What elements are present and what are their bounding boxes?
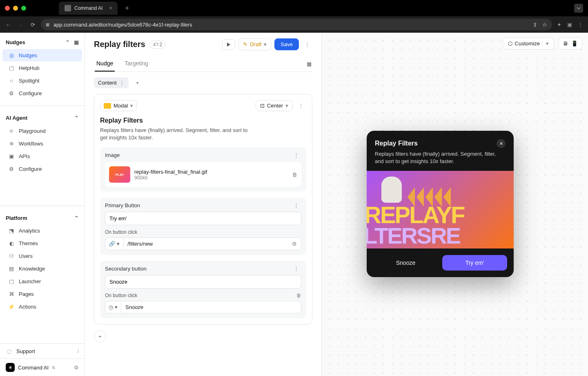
sidebar-item-label: Pages [19, 291, 34, 297]
settings-icon[interactable]: ⚙ [74, 365, 79, 371]
modal-title: Replay Filters [375, 140, 418, 147]
layout-icon[interactable]: ▦ [307, 61, 312, 67]
sidebar-item-nudges[interactable]: ◎ Nudges [2, 49, 82, 61]
new-tab-button[interactable]: + [125, 4, 129, 12]
shortcut-hint: / [77, 348, 79, 354]
sidebar-item-playground[interactable]: ⎋ Playground [2, 125, 82, 137]
sidebar-item-label: Analytics [19, 228, 40, 234]
sidebar-item-pages[interactable]: ⌘ Pages [2, 288, 82, 300]
browser-tab[interactable]: Command AI × [59, 2, 118, 15]
book-icon: ▤ [8, 266, 15, 272]
file-name: replay-filters-final_final_final.gif [134, 169, 288, 175]
sidebar-item-workflows[interactable]: ≋ Workflows [2, 137, 82, 150]
close-window[interactable] [5, 6, 10, 11]
sidebar: Nudges ⌃ ▣ ◎ Nudges ▢ HelpHub ○ Spotligh… [0, 33, 85, 376]
sidebar-item-configure-agent[interactable]: ⚙ Configure [2, 163, 82, 175]
bookmark-icon[interactable]: ☆ [542, 22, 547, 28]
block-menu-icon[interactable]: ⋮ [291, 152, 301, 158]
step-content-pill[interactable]: Content ⋮ [94, 77, 129, 88]
block-label: Secondary button [105, 266, 147, 272]
link-icon: ⌘ [8, 291, 15, 298]
menu-icon[interactable]: ⋮ [578, 22, 583, 28]
nudge-type-selector[interactable]: Modal ▾ [100, 100, 137, 111]
sidebar-item-support[interactable]: ◌ Support / [0, 344, 85, 358]
delete-action-button[interactable]: 🗑 [296, 293, 301, 298]
sidebar-item-launcher[interactable]: ▢ Launcher [2, 275, 82, 288]
sidebar-item-analytics[interactable]: ⬔ Analytics [2, 225, 82, 237]
step-menu-icon[interactable]: ⋮ [119, 80, 125, 86]
sidebar-section-nudges[interactable]: Nudges ⌃ ▣ [0, 36, 85, 49]
sliders-icon[interactable]: ⚙ [292, 241, 297, 247]
action-value-input[interactable]: Snooze [121, 301, 301, 313]
card-menu-icon[interactable]: ⋮ [296, 103, 306, 109]
panel-icon[interactable]: ▣ [567, 22, 572, 28]
sidebar-item-knowledge[interactable]: ▤ Knowledge [2, 263, 82, 275]
action-type-selector[interactable]: 🔗 ▾ [105, 237, 123, 250]
sidebar-item-label: Support [16, 348, 35, 354]
extensions-icon[interactable]: ✦ [557, 22, 561, 28]
reload-button[interactable]: ⟳ [29, 22, 36, 28]
mobile-icon[interactable]: 📱 [571, 40, 578, 47]
site-info-icon[interactable]: ⊞ [46, 22, 49, 27]
delete-image-button[interactable]: 🗑 [292, 172, 297, 178]
tab-targeting[interactable]: Targeting [123, 56, 150, 72]
sidebar-item-spotlight[interactable]: ○ Spotlight [2, 74, 82, 87]
body-field[interactable]: Replays filters have (finally) arrived. … [100, 127, 255, 141]
flow-icon: ≋ [8, 140, 15, 147]
modal-snooze-button[interactable]: Snooze [373, 255, 438, 271]
action-type-selector[interactable]: ◷ ▾ [105, 301, 121, 313]
play-button[interactable] [222, 39, 235, 50]
share-icon[interactable]: ⇪ [533, 22, 537, 28]
panel-toggle-icon[interactable]: ▣ [74, 39, 79, 45]
sidebar-item-users[interactable]: ⚇ Users [2, 250, 82, 262]
maximize-window[interactable] [21, 6, 26, 11]
sidebar-section-platform[interactable]: Platform ⌃ [0, 212, 85, 224]
action-url-input[interactable]: /filters/new ⚙ [123, 237, 301, 250]
chevron-down-icon[interactable]: ▾ [542, 40, 549, 47]
back-button[interactable]: ← [5, 22, 11, 28]
forward-button[interactable]: → [17, 22, 24, 28]
chevron-down-icon: ▾ [115, 304, 118, 310]
sidebar-item-label: Launcher [19, 278, 41, 284]
position-selector[interactable]: ⊡ Center ▾ [256, 100, 293, 111]
browser-tabbar: Command AI × + [0, 0, 588, 16]
search-icon: ○ [8, 77, 15, 84]
more-menu-icon[interactable]: ⋮ [302, 41, 312, 47]
primary-button-text-input[interactable] [105, 212, 301, 225]
sidebar-item-themes[interactable]: ◐ Themes [2, 237, 82, 250]
sidebar-item-apis[interactable]: ▣ APIs [2, 150, 82, 162]
chevron-up-icon[interactable]: ⌃ [65, 39, 70, 45]
chrome-expand-icon[interactable] [574, 4, 583, 13]
chevron-up-icon[interactable]: ⌃ [74, 215, 79, 221]
sidebar-item-helphub[interactable]: ▢ HelpHub [2, 62, 82, 74]
field-label: On button click [105, 293, 137, 298]
desktop-icon[interactable]: 🖥 [563, 40, 568, 47]
sidebar-item-actions[interactable]: ⚡ Actions [2, 301, 82, 313]
save-button[interactable]: Save [274, 38, 299, 50]
secondary-button-text-input[interactable] [105, 275, 301, 289]
sidebar-item-label: Configure [19, 166, 42, 172]
block-menu-icon[interactable]: ⋮ [291, 202, 301, 208]
close-tab-icon[interactable]: × [109, 5, 112, 11]
modal-close-button[interactable]: ✕ [497, 139, 506, 148]
url-bar[interactable]: ⊞ app.command.ai/editor/nudges/5dce678c-… [41, 19, 552, 30]
section-title: Nudges [6, 39, 25, 45]
add-step-button[interactable]: + [132, 77, 143, 88]
minimize-window[interactable] [13, 6, 18, 11]
sidebar-item-configure-nudges[interactable]: ⚙ Configure [2, 87, 82, 99]
add-content-block-button[interactable]: + [94, 330, 106, 342]
workspace-switcher[interactable]: ✳ Command AI ⇅ [6, 363, 55, 372]
headline-field[interactable]: Replay Filters [100, 117, 306, 124]
customize-button[interactable]: ⬡ Customize ▾ [503, 38, 554, 49]
status-dropdown[interactable]: ✎ Draft ▾ [238, 38, 271, 50]
tag-count-chip[interactable]: 🏷 2 [149, 40, 166, 49]
sidebar-item-label: Workflows [19, 141, 43, 147]
modal-try-button[interactable]: Try em' [442, 255, 507, 271]
image-block: Image ⋮ PLAY replay-filters-final_final_… [100, 147, 306, 192]
sidebar-item-label: HelpHub [19, 65, 40, 71]
tab-nudge[interactable]: Nudge [95, 56, 115, 72]
sidebar-section-ai-agent[interactable]: AI Agent ⌃ [0, 112, 85, 124]
chevron-up-icon[interactable]: ⌃ [74, 115, 79, 121]
bolt-icon: ⚡ [8, 304, 15, 310]
block-menu-icon[interactable]: ⋮ [291, 266, 301, 272]
